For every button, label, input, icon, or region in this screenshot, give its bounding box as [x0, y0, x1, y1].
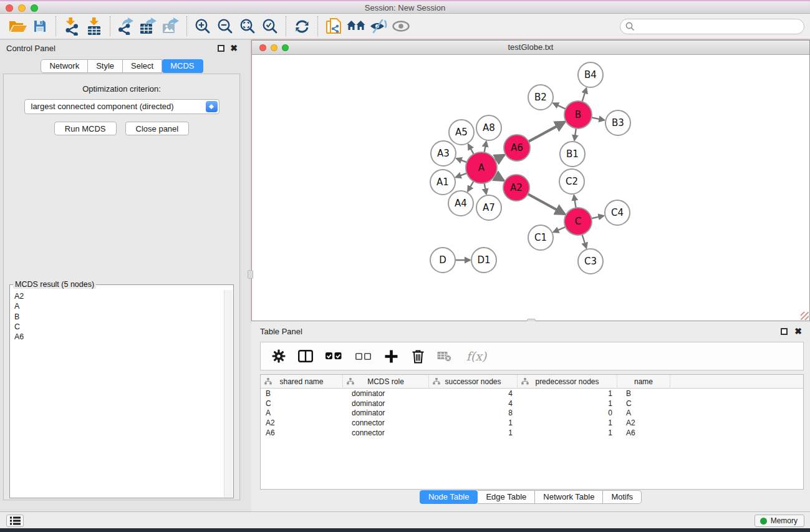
- graph-node-A3[interactable]: A3: [431, 141, 456, 166]
- mcds-result-item[interactable]: A6: [14, 332, 219, 342]
- column-header-predecessor-nodes[interactable]: predecessor nodes: [518, 375, 617, 389]
- mcds-result-item[interactable]: A: [14, 301, 219, 311]
- maximize-network-button[interactable]: [282, 44, 289, 51]
- table-cell[interactable]: dominator: [343, 409, 429, 417]
- graph-node-A[interactable]: A: [466, 152, 497, 183]
- graph-node-A6[interactable]: A6: [504, 135, 530, 161]
- table-cell[interactable]: dominator: [343, 399, 429, 408]
- table-cell[interactable]: B: [261, 389, 343, 398]
- zoom-out-button[interactable]: [214, 15, 236, 37]
- table-cell[interactable]: 0: [518, 409, 617, 417]
- graph-node-C1[interactable]: C1: [528, 225, 553, 250]
- graph-node-A1[interactable]: A1: [430, 170, 455, 195]
- table-cell[interactable]: A6: [261, 428, 343, 437]
- graph-node-C[interactable]: C: [564, 208, 592, 235]
- zoom-in-button[interactable]: [191, 15, 214, 37]
- graph-node-C4[interactable]: C4: [605, 200, 630, 225]
- close-panel-icon[interactable]: ✖: [230, 43, 238, 53]
- table-cell[interactable]: connector: [343, 428, 429, 437]
- save-session-button[interactable]: [29, 15, 51, 37]
- graph-node-A2[interactable]: A2: [503, 175, 529, 201]
- table-row[interactable]: Bdominator41B: [261, 389, 803, 399]
- mcds-result-item[interactable]: C: [14, 322, 219, 332]
- table-row[interactable]: Adominator80A: [261, 408, 803, 418]
- graph-node-C2[interactable]: C2: [559, 169, 584, 194]
- tab-style[interactable]: Style: [88, 59, 123, 73]
- graph-node-B1[interactable]: B1: [560, 142, 585, 167]
- graph-node-B4[interactable]: B4: [578, 62, 603, 87]
- task-history-button[interactable]: [6, 515, 24, 527]
- tab-select[interactable]: Select: [123, 59, 162, 73]
- close-table-panel-icon[interactable]: ✖: [794, 326, 802, 336]
- mcds-result-item[interactable]: A2: [14, 291, 219, 301]
- close-network-button[interactable]: [259, 44, 266, 51]
- select-all-button[interactable]: [324, 348, 343, 364]
- table-cell[interactable]: A6: [617, 428, 670, 437]
- delete-column-button[interactable]: [410, 348, 426, 364]
- float-table-panel-icon[interactable]: [781, 328, 788, 335]
- tab-node-table[interactable]: Node Table: [420, 490, 478, 504]
- run-mcds-button[interactable]: Run MCDS: [54, 122, 117, 135]
- minimize-network-button[interactable]: [271, 44, 277, 51]
- table-cell[interactable]: A2: [261, 418, 343, 427]
- network-canvas[interactable]: B4B2BB3A5A8A6B1A3AC2A1A2A4A7C4CC1C3DD1: [252, 55, 809, 321]
- column-header-MCDS-role[interactable]: MCDS role: [343, 375, 429, 389]
- deselect-all-button[interactable]: [354, 348, 372, 364]
- table-cell[interactable]: 8: [429, 409, 518, 417]
- table-cell[interactable]: A: [617, 409, 670, 417]
- graph-node-D1[interactable]: D1: [471, 248, 496, 273]
- delete-table-button[interactable]: [436, 348, 453, 364]
- show-all-button[interactable]: [390, 15, 412, 37]
- table-cell[interactable]: 1: [429, 428, 518, 437]
- table-row[interactable]: A2connector11A2: [261, 418, 803, 428]
- graph-node-A8[interactable]: A8: [476, 115, 501, 140]
- graph-node-A5[interactable]: A5: [449, 120, 474, 145]
- first-neighbors-button[interactable]: [345, 15, 367, 37]
- float-panel-icon[interactable]: [218, 45, 224, 52]
- resize-grip[interactable]: [801, 312, 809, 320]
- close-panel-button[interactable]: Close panel: [125, 122, 190, 135]
- column-header-successor-nodes[interactable]: successor nodes: [429, 375, 518, 389]
- table-cell[interactable]: connector: [343, 418, 429, 427]
- table-cell[interactable]: 1: [429, 418, 518, 427]
- tab-mcds[interactable]: MCDS: [162, 59, 203, 73]
- export-network-button[interactable]: [115, 15, 137, 37]
- tab-edge-table[interactable]: Edge Table: [478, 490, 535, 504]
- tab-network[interactable]: Network: [41, 59, 88, 73]
- table-row[interactable]: A6connector11A6: [261, 428, 803, 438]
- export-image-button[interactable]: [160, 15, 182, 37]
- column-selector-button[interactable]: [297, 348, 314, 364]
- table-cell[interactable]: C: [617, 399, 670, 408]
- table-cell[interactable]: 4: [429, 399, 518, 408]
- table-row[interactable]: Cdominator41C: [261, 399, 803, 409]
- function-builder-button[interactable]: f(x): [463, 348, 489, 364]
- import-table-button[interactable]: [83, 15, 105, 37]
- hide-selected-button[interactable]: [367, 15, 390, 37]
- table-cell[interactable]: B: [617, 389, 670, 398]
- result-scrollbar[interactable]: [224, 290, 233, 497]
- graph-node-A4[interactable]: A4: [448, 191, 473, 216]
- open-session-button[interactable]: [6, 15, 29, 37]
- graph-node-A7[interactable]: A7: [476, 195, 501, 220]
- add-column-button[interactable]: [383, 348, 399, 364]
- duplicate-network-button[interactable]: [322, 15, 345, 37]
- zoom-selected-button[interactable]: [259, 15, 281, 37]
- graph-node-C3[interactable]: C3: [578, 249, 603, 274]
- table-cell[interactable]: 1: [518, 418, 617, 427]
- refresh-button[interactable]: [291, 15, 313, 37]
- table-cell[interactable]: C: [261, 399, 343, 408]
- mcds-result-item[interactable]: B: [14, 312, 219, 322]
- table-cell[interactable]: A2: [617, 418, 670, 427]
- graph-node-B2[interactable]: B2: [528, 85, 553, 110]
- table-cell[interactable]: 1: [518, 399, 617, 408]
- column-header-shared-name[interactable]: shared name: [261, 375, 343, 389]
- tab-network-table[interactable]: Network Table: [535, 490, 603, 504]
- graph-node-B[interactable]: B: [564, 101, 592, 128]
- network-window-titlebar[interactable]: testGlobe.txt: [252, 41, 809, 55]
- table-settings-button[interactable]: [271, 348, 287, 364]
- zoom-fit-button[interactable]: [236, 15, 259, 37]
- graph-node-D[interactable]: D: [430, 248, 455, 273]
- table-cell[interactable]: A: [261, 409, 343, 417]
- graph-node-B3[interactable]: B3: [605, 110, 630, 135]
- table-cell[interactable]: 4: [429, 389, 518, 398]
